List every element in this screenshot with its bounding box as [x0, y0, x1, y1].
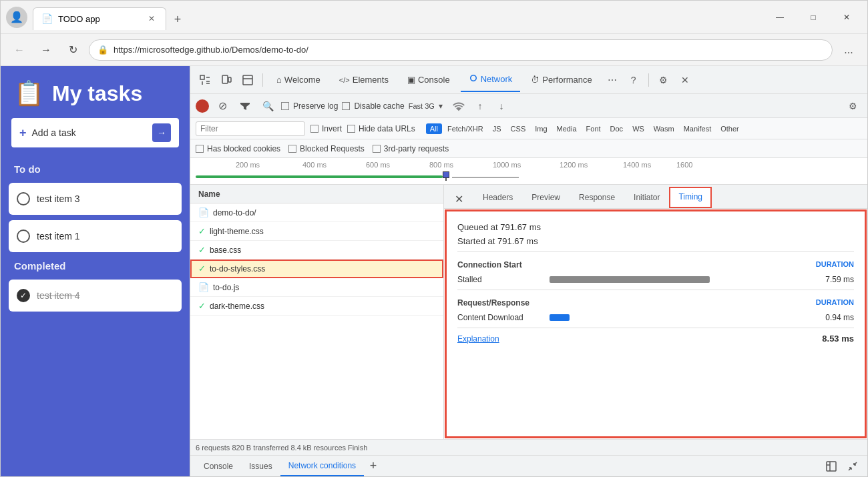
expand-button[interactable] — [843, 457, 862, 476]
wifi-icon[interactable] — [449, 97, 468, 115]
task-checkbox-test3[interactable] — [17, 192, 30, 205]
filter-icon-button[interactable] — [236, 97, 254, 115]
throttle-select[interactable]: Fast 3G — [409, 102, 435, 110]
filter-doc[interactable]: Doc — [606, 123, 628, 134]
timeline-bar-green — [196, 175, 443, 178]
detail-tab-preview[interactable]: Preview — [522, 187, 570, 208]
hide-data-urls-checkbox[interactable] — [347, 125, 355, 133]
started-at-row: Started at 791.67 ms — [457, 236, 854, 246]
third-party-label[interactable]: 3rd-party requests — [373, 144, 449, 153]
file-icon-todo-js: 📄 — [198, 282, 209, 292]
task-checkbox-test1[interactable] — [17, 229, 30, 243]
filter-other[interactable]: Other — [716, 123, 743, 134]
filter-ws[interactable]: WS — [628, 123, 648, 134]
refresh-button[interactable]: ↻ — [62, 39, 83, 61]
detail-tab-response[interactable]: Response — [570, 187, 624, 208]
devtools-device-button[interactable] — [217, 71, 236, 89]
filter-font[interactable]: Font — [582, 123, 605, 134]
filter-manifest[interactable]: Manifest — [680, 123, 716, 134]
task-checkbox-test4[interactable]: ✓ — [17, 289, 30, 302]
url-bar[interactable]: 🔒 https://microsoftedge.github.io/Demos/… — [89, 39, 833, 61]
devtools-help-button[interactable]: ? — [624, 71, 643, 89]
add-bottom-tab-button[interactable]: + — [364, 457, 383, 476]
hide-data-urls-label[interactable]: Hide data URLs — [347, 124, 415, 133]
filter-input[interactable] — [196, 121, 305, 136]
file-list-items: 📄 demo-to-do/ ✓ light-theme.css ✓ base.c… — [190, 203, 443, 439]
add-task-bar[interactable]: + Add a task → — [11, 118, 179, 147]
tab-welcome[interactable]: ⌂Welcome — [268, 68, 329, 92]
tab-performance[interactable]: ⏱Performance — [523, 68, 600, 92]
filter-js[interactable]: JS — [489, 123, 505, 134]
detail-tab-headers[interactable]: Headers — [473, 187, 522, 208]
filter-all[interactable]: All — [426, 123, 442, 134]
file-item-todo-js[interactable]: 📄 to-do.js — [190, 278, 443, 297]
clear-button[interactable]: ⊘ — [213, 97, 232, 115]
invert-checkbox-label[interactable]: Invert — [310, 124, 342, 133]
timing-total-value: 8.53 ms — [822, 334, 854, 344]
profile-avatar[interactable]: 👤 — [6, 7, 27, 28]
file-name-dark-theme: dark-theme.css — [210, 302, 264, 311]
invert-checkbox[interactable] — [310, 125, 318, 133]
upload-icon[interactable]: ↑ — [471, 97, 489, 115]
network-settings-button[interactable]: ⚙ — [843, 97, 862, 115]
task-item-test1[interactable]: test item 1 — [9, 220, 182, 252]
throttle-dropdown-icon[interactable]: ▾ — [439, 101, 443, 111]
forward-button[interactable]: → — [35, 39, 57, 61]
filter-fetch-xhr[interactable]: Fetch/XHR — [443, 123, 487, 134]
devtools-dock-button[interactable] — [238, 71, 257, 89]
network-timeline: 200 ms 400 ms 600 ms 800 ms 1000 ms 1200… — [190, 158, 867, 185]
third-party-checkbox[interactable] — [373, 145, 381, 153]
explanation-link[interactable]: Explanation — [457, 334, 499, 344]
browser-tab-todo[interactable]: 📄 TODO app ✕ — [33, 7, 166, 30]
bottom-tab-network-conditions[interactable]: Network conditions — [280, 456, 364, 476]
detail-close-button[interactable]: ✕ — [449, 189, 468, 208]
bottom-tab-console[interactable]: Console — [196, 456, 241, 476]
devtools-more-tabs[interactable]: ⋯ — [603, 71, 622, 89]
blocked-requests-checkbox[interactable] — [288, 145, 296, 153]
filter-wasm[interactable]: Wasm — [650, 123, 678, 134]
blocked-requests-label[interactable]: Blocked Requests — [288, 144, 365, 153]
back-button[interactable]: ← — [9, 39, 30, 61]
tab-elements[interactable]: </>Elements — [331, 68, 397, 92]
search-icon-button[interactable]: 🔍 — [258, 97, 277, 115]
close-button[interactable]: ✕ — [831, 7, 862, 27]
devtools-settings-button[interactable]: ⚙ — [654, 71, 673, 89]
request-response-section: Request/Response DURATION Content Downlo… — [457, 298, 854, 322]
file-item-base[interactable]: ✓ base.css — [190, 241, 443, 260]
detail-tab-initiator[interactable]: Initiator — [624, 187, 669, 208]
blocked-cookies-label[interactable]: Has blocked cookies — [196, 144, 280, 153]
tab-network[interactable]: Network — [461, 68, 521, 92]
file-item-dark-theme[interactable]: ✓ dark-theme.css — [190, 297, 443, 316]
devtools-panel: ⌂Welcome </>Elements ▣Console Network ⏱P… — [190, 66, 867, 476]
task-item-test3[interactable]: test item 3 — [9, 183, 182, 215]
content-download-bar — [550, 314, 809, 321]
browser-menu-button[interactable]: ... — [838, 39, 859, 61]
content-download-bar-visual — [550, 314, 570, 321]
record-button[interactable] — [196, 99, 209, 113]
detail-tab-timing[interactable]: Timing — [669, 187, 712, 208]
preserve-log-checkbox[interactable] — [281, 102, 289, 110]
file-item-todo-styles[interactable]: ✓ to-do-styles.css — [190, 260, 443, 278]
tab-close-button[interactable]: ✕ — [146, 13, 158, 25]
maximize-button[interactable]: □ — [798, 7, 829, 27]
file-item-light-theme[interactable]: ✓ light-theme.css — [190, 222, 443, 241]
task-item-test4[interactable]: ✓ test item 4 — [9, 280, 182, 312]
filter-css[interactable]: CSS — [507, 123, 530, 134]
file-item-demo[interactable]: 📄 demo-to-do/ — [190, 203, 443, 222]
filter-type-buttons: All Fetch/XHR JS CSS Img Media Font Doc … — [426, 123, 743, 134]
tab-console[interactable]: ▣Console — [399, 68, 458, 92]
disable-cache-checkbox[interactable] — [342, 102, 350, 110]
devtools-close-button[interactable]: ✕ — [676, 71, 694, 89]
devtools-inspect-button[interactable] — [196, 71, 214, 89]
todo-section-label: To do — [1, 158, 190, 180]
bottom-tab-issues[interactable]: Issues — [241, 456, 280, 476]
undock-button[interactable] — [822, 457, 841, 476]
preserve-log-label[interactable]: Preserve log — [281, 101, 338, 111]
new-tab-button[interactable]: + — [168, 10, 188, 30]
blocked-cookies-checkbox[interactable] — [196, 145, 204, 153]
filter-media[interactable]: Media — [553, 123, 581, 134]
download-icon[interactable]: ↓ — [492, 97, 511, 115]
filter-img[interactable]: Img — [531, 123, 551, 134]
disable-cache-label[interactable]: Disable cache — [342, 101, 404, 111]
minimize-button[interactable]: — — [765, 7, 795, 27]
